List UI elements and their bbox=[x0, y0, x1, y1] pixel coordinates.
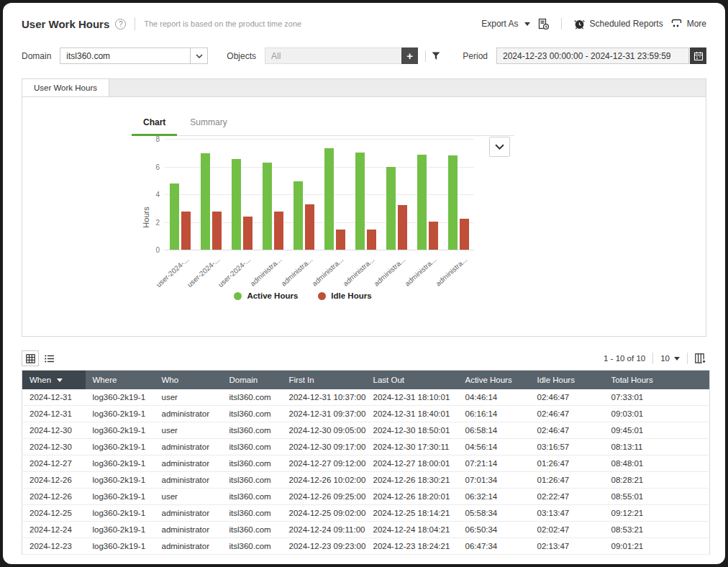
cell-who: administrator bbox=[155, 505, 222, 522]
bar-idle-hours[interactable] bbox=[305, 204, 314, 250]
cell-total-hours: 09:01:21 bbox=[604, 538, 710, 555]
period-input[interactable]: 2024-12-23 00:00:00 - 2024-12-31 23:59:5… bbox=[496, 47, 689, 64]
cell-total-hours: 08:53:21 bbox=[604, 522, 710, 538]
export-as-label: Export As bbox=[481, 19, 518, 29]
export-as-button[interactable]: Export As bbox=[481, 19, 529, 29]
period-input-value: 2024-12-23 00:00:00 - 2024-12-31 23:59:5… bbox=[503, 51, 671, 61]
x-axis-label: administra... bbox=[279, 255, 314, 288]
add-objects-button[interactable]: + bbox=[401, 47, 418, 64]
cell-idle-hours: 02:46:47 bbox=[530, 422, 604, 439]
cell-when: 2024-12-24 bbox=[22, 522, 86, 538]
bar-idle-hours[interactable] bbox=[274, 212, 283, 250]
cell-active-hours: 06:47:34 bbox=[458, 538, 530, 555]
cell-domain: itsl360.com bbox=[222, 389, 282, 406]
y-axis-title: Hours bbox=[142, 203, 150, 232]
table-row[interactable]: 2024-12-31log360-2k19-1administratoritsl… bbox=[22, 406, 710, 422]
calendar-button[interactable] bbox=[690, 47, 706, 64]
tab-summary[interactable]: Summary bbox=[190, 117, 227, 135]
legend-label: Idle Hours bbox=[331, 291, 371, 300]
column-header-idle-hours[interactable]: Idle Hours bbox=[530, 371, 604, 389]
tab-user-work-hours[interactable]: User Work Hours bbox=[22, 79, 109, 96]
bar-chart: Hours 02468 user-2024-...user-2024-...us… bbox=[132, 137, 491, 300]
filter-funnel-icon[interactable] bbox=[432, 52, 440, 60]
cell-who: user bbox=[155, 489, 222, 505]
period-label: Period bbox=[463, 51, 488, 61]
table-row[interactable]: 2024-12-30log360-2k19-1useritsl360.com20… bbox=[22, 422, 710, 439]
domain-select[interactable]: itsl360.com bbox=[60, 47, 208, 64]
more-button[interactable]: More bbox=[670, 18, 706, 30]
bar-active-hours[interactable] bbox=[294, 181, 303, 250]
cell-idle-hours: 02:46:47 bbox=[530, 389, 604, 406]
objects-input[interactable]: All bbox=[265, 47, 401, 64]
bar-idle-hours[interactable] bbox=[367, 230, 376, 250]
bar-idle-hours[interactable] bbox=[212, 212, 222, 250]
legend-item-idle-hours[interactable]: Idle Hours bbox=[318, 291, 371, 300]
cell-when: 2024-12-26 bbox=[22, 472, 86, 489]
table-row[interactable]: 2024-12-23log360-2k19-1administratoritsl… bbox=[22, 538, 710, 555]
table-row[interactable]: 2024-12-26log360-2k19-1useritsl360.com20… bbox=[22, 489, 710, 505]
column-header-active-hours[interactable]: Active Hours bbox=[458, 371, 530, 389]
table-row[interactable]: 2024-12-26log360-2k19-1administratoritsl… bbox=[22, 472, 710, 489]
bar-active-hours[interactable] bbox=[448, 155, 458, 250]
table-row[interactable]: 2024-12-24log360-2k19-1administratoritsl… bbox=[22, 522, 710, 538]
cell-last-out: 2024-12-31 18:40:01 bbox=[366, 406, 458, 422]
scheduled-export-icon[interactable] bbox=[537, 18, 550, 30]
column-header-where[interactable]: Where bbox=[86, 371, 155, 389]
bar-active-hours[interactable] bbox=[417, 155, 427, 250]
table-row[interactable]: 2024-12-27log360-2k19-1administratoritsl… bbox=[22, 455, 710, 472]
cell-who: user bbox=[155, 389, 222, 406]
cell-idle-hours: 01:26:47 bbox=[530, 455, 604, 472]
cell-where: log360-2k19-1 bbox=[86, 422, 155, 439]
scheduled-reports-button[interactable]: Scheduled Reports bbox=[573, 18, 663, 30]
column-header-when[interactable]: When bbox=[22, 371, 86, 389]
bar-idle-hours[interactable] bbox=[181, 212, 191, 250]
bar-active-hours[interactable] bbox=[201, 153, 210, 250]
legend-item-active-hours[interactable]: Active Hours bbox=[234, 291, 298, 300]
bar-active-hours[interactable] bbox=[355, 153, 365, 250]
bar-idle-hours[interactable] bbox=[398, 205, 407, 250]
table-header-row: WhenWhereWhoDomainFirst InLast OutActive… bbox=[22, 371, 710, 389]
column-header-last-out[interactable]: Last Out bbox=[366, 371, 458, 389]
cell-first-in: 2024-12-26 09:25:00 bbox=[282, 489, 366, 505]
collapse-chart-button[interactable] bbox=[489, 137, 510, 157]
page-title: User Work Hours bbox=[22, 18, 109, 30]
bar-active-hours[interactable] bbox=[386, 167, 396, 250]
cell-when: 2024-12-26 bbox=[22, 489, 86, 505]
cell-first-in: 2024-12-26 10:02:00 bbox=[282, 472, 366, 489]
gridline bbox=[165, 194, 474, 195]
bar-active-hours[interactable] bbox=[263, 163, 272, 250]
table-row[interactable]: 2024-12-31log360-2k19-1useritsl360.com20… bbox=[22, 389, 710, 406]
list-view-button[interactable] bbox=[40, 350, 58, 366]
page-size-dropdown[interactable]: 10 bbox=[660, 354, 680, 363]
cell-idle-hours: 03:13:47 bbox=[530, 505, 604, 522]
cell-last-out: 2024-12-30 17:30:11 bbox=[366, 439, 458, 455]
table-view-button[interactable] bbox=[22, 350, 39, 366]
cell-active-hours: 06:58:14 bbox=[458, 422, 530, 439]
column-header-domain[interactable]: Domain bbox=[222, 371, 282, 389]
report-timezone-note: The report is based on the product time … bbox=[144, 19, 301, 28]
bar-idle-hours[interactable] bbox=[429, 222, 438, 250]
column-header-total-hours[interactable]: Total Hours bbox=[604, 371, 710, 389]
x-axis-label: administra... bbox=[372, 255, 406, 288]
tab-chart[interactable]: Chart bbox=[143, 117, 165, 135]
cell-active-hours: 06:50:34 bbox=[458, 522, 530, 538]
cell-when: 2024-12-31 bbox=[22, 389, 86, 406]
scheduled-reports-label: Scheduled Reports bbox=[590, 19, 663, 29]
help-icon[interactable]: ? bbox=[115, 19, 126, 30]
table-row[interactable]: 2024-12-25log360-2k19-1administratoritsl… bbox=[22, 505, 710, 522]
gridline bbox=[165, 139, 474, 140]
bar-idle-hours[interactable] bbox=[460, 219, 469, 250]
bar-active-hours[interactable] bbox=[324, 148, 334, 250]
cell-last-out: 2024-12-24 18:04:21 bbox=[366, 522, 458, 538]
bar-active-hours[interactable] bbox=[232, 159, 241, 250]
column-header-who[interactable]: Who bbox=[155, 371, 222, 389]
report-header: User Work Hours ? The report is based on… bbox=[3, 3, 725, 36]
bar-idle-hours[interactable] bbox=[243, 217, 252, 250]
column-header-first-in[interactable]: First In bbox=[282, 371, 366, 389]
cell-total-hours: 08:28:21 bbox=[604, 472, 710, 489]
bar-active-hours[interactable] bbox=[170, 183, 179, 250]
column-chooser-icon[interactable] bbox=[695, 353, 706, 364]
bar-idle-hours[interactable] bbox=[336, 230, 345, 250]
cell-who: administrator bbox=[155, 472, 222, 489]
table-row[interactable]: 2024-12-30log360-2k19-1administratoritsl… bbox=[22, 439, 710, 455]
